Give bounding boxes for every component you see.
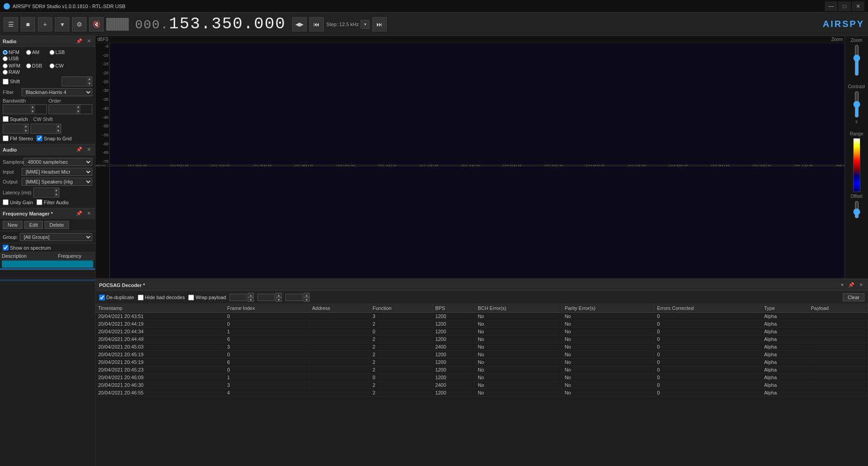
zoom-slider[interactable] xyxy=(853,45,861,76)
lat-up[interactable]: ▲ xyxy=(54,188,59,193)
filter-select[interactable]: Blackman-Harris 4 xyxy=(22,88,92,96)
mode-raw[interactable]: RAW xyxy=(3,69,25,75)
mode-am[interactable]: AM xyxy=(26,49,49,55)
mode-usb[interactable]: USB xyxy=(3,56,25,61)
ns-input-3[interactable]: 22 xyxy=(285,294,303,301)
snap-to-grid-label[interactable]: Snap to Grid xyxy=(36,135,72,141)
menu-button[interactable]: ☰ xyxy=(4,17,18,31)
input-select[interactable]: [MME] Headset Micr xyxy=(22,168,92,176)
col-frame-index[interactable]: Frame Index xyxy=(224,304,309,313)
ns-up-2[interactable]: ▲ xyxy=(276,293,282,297)
audio-pin-button[interactable]: 📌 xyxy=(75,146,84,153)
col-timestamp[interactable]: Timestamp xyxy=(95,304,224,313)
waterfall-canvas[interactable] xyxy=(110,166,845,278)
squelch-checkbox[interactable] xyxy=(3,116,9,122)
pocsag-close-button[interactable]: ✕ xyxy=(858,282,864,288)
ord-down[interactable]: ▼ xyxy=(76,109,81,114)
contrast-slider[interactable] xyxy=(853,91,861,118)
col-errors[interactable]: Errors Corrected xyxy=(654,304,761,313)
bw-up[interactable]: ▲ xyxy=(30,105,35,109)
deduplicate-label[interactable]: De-duplicate xyxy=(99,295,134,300)
maximize-button[interactable]: □ xyxy=(838,1,851,11)
hide-bad-label[interactable]: Hide bad decodes xyxy=(138,295,185,300)
radio-pin-button[interactable]: 📌 xyxy=(75,38,84,45)
col-bps[interactable]: BPS xyxy=(432,304,475,313)
step-dropdown-button[interactable]: ▾ xyxy=(361,20,370,29)
latency-input[interactable]: 50 xyxy=(34,188,54,197)
bandwidth-input[interactable]: 12,000 xyxy=(3,105,30,114)
col-payload[interactable]: Payload xyxy=(808,304,868,313)
cw-shift-input[interactable]: 1,000 xyxy=(31,124,56,133)
ns-up-1[interactable]: ▲ xyxy=(248,293,254,297)
fm-stereo-checkbox[interactable] xyxy=(3,135,9,141)
fm-delete-button[interactable]: Delete xyxy=(45,221,69,229)
ns-input-1[interactable]: 90 xyxy=(230,294,247,301)
tuner-control[interactable] xyxy=(106,18,129,31)
add-dropdown-button[interactable]: ▾ xyxy=(55,17,69,31)
order-input[interactable]: 1,000 xyxy=(49,105,76,114)
ns-input-2[interactable]: 45 xyxy=(258,294,275,301)
add-button[interactable]: + xyxy=(38,17,52,31)
audio-close-button[interactable]: ✕ xyxy=(86,146,92,153)
bw-down[interactable]: ▼ xyxy=(30,109,35,114)
col-type[interactable]: Type xyxy=(761,304,808,313)
shift-input[interactable] xyxy=(62,77,87,86)
shift-checkbox[interactable] xyxy=(3,79,9,85)
ns-down-3[interactable]: ▼ xyxy=(303,297,310,302)
wrap-payload-checkbox[interactable] xyxy=(188,295,194,300)
fm-edit-button[interactable]: Edit xyxy=(24,221,43,229)
tune-left-button[interactable]: ◀▶ xyxy=(292,17,307,31)
cw-down[interactable]: ▼ xyxy=(56,129,61,133)
fm-new-button[interactable]: New xyxy=(3,221,23,229)
filter-audio-checkbox[interactable] xyxy=(36,199,42,205)
snap-to-grid-checkbox[interactable] xyxy=(36,135,42,141)
fm-close-button[interactable]: ✕ xyxy=(86,210,92,217)
shift-up[interactable]: ▲ xyxy=(87,77,92,81)
filter-audio-label[interactable]: Filter Audio xyxy=(36,199,68,205)
unity-gain-label[interactable]: Unity Gain xyxy=(3,199,33,205)
pocsag-pin-button[interactable]: 📌 xyxy=(847,282,856,288)
unity-gain-checkbox[interactable] xyxy=(3,199,9,205)
samplerate-select[interactable]: 48000 sample/sec xyxy=(23,158,92,166)
fm-item[interactable] xyxy=(0,282,95,284)
mode-dsb[interactable]: DSB xyxy=(26,63,49,68)
fm-pin-button[interactable]: 📌 xyxy=(75,210,84,217)
ns-down-1[interactable]: ▼ xyxy=(248,297,254,302)
fm-col-description[interactable]: Description xyxy=(2,253,58,259)
ord-up[interactable]: ▲ xyxy=(76,105,81,109)
col-function[interactable]: Function xyxy=(370,304,432,313)
fm-stereo-label[interactable]: FM Stereo xyxy=(3,135,33,141)
shift-down[interactable]: ▼ xyxy=(87,81,92,86)
mode-cw[interactable]: CW xyxy=(50,63,72,68)
group-select[interactable]: [All Groups] xyxy=(20,233,92,241)
col-address[interactable]: Address xyxy=(309,304,370,313)
close-button[interactable]: ✕ xyxy=(852,1,864,11)
settings-button[interactable]: ⚙ xyxy=(72,17,86,31)
offset-slider[interactable] xyxy=(853,201,861,219)
hide-bad-checkbox[interactable] xyxy=(138,295,144,300)
col-parity[interactable]: Parity Error(s) xyxy=(562,304,654,313)
clear-button[interactable]: Clear xyxy=(843,293,864,301)
pocsag-collapse-button[interactable]: ▾ xyxy=(840,282,845,288)
stop-button[interactable]: ■ xyxy=(21,17,35,31)
radio-close-button[interactable]: ✕ xyxy=(86,38,92,45)
cw-up[interactable]: ▲ xyxy=(56,124,61,129)
squelch-label[interactable]: Squelch xyxy=(3,116,28,122)
spectrum-canvas[interactable] xyxy=(110,43,845,165)
spectrum-scrollbar[interactable] xyxy=(95,278,845,279)
lat-down[interactable]: ▼ xyxy=(54,193,59,197)
wrap-payload-label[interactable]: Wrap payload xyxy=(188,295,226,300)
fast-forward-button[interactable]: ⏭ xyxy=(372,17,387,31)
mode-nfm[interactable]: NFM xyxy=(3,49,25,55)
ns-down-2[interactable]: ▼ xyxy=(276,297,282,302)
col-bch[interactable]: BCH Error(s) xyxy=(475,304,562,313)
pocsag-table-wrap[interactable]: Timestamp Frame Index Address Function B… xyxy=(95,304,868,466)
mute-button[interactable]: 🔇 xyxy=(89,17,104,31)
deduplicate-checkbox[interactable] xyxy=(99,295,105,300)
sq-down[interactable]: ▼ xyxy=(23,129,28,133)
show-spectrum-label[interactable]: Show on spectrum xyxy=(3,245,92,251)
show-spectrum-checkbox[interactable] xyxy=(3,245,9,251)
sq-up[interactable]: ▲ xyxy=(23,124,28,129)
fm-item-cyan[interactable] xyxy=(2,260,93,268)
minimize-button[interactable]: — xyxy=(825,1,837,11)
